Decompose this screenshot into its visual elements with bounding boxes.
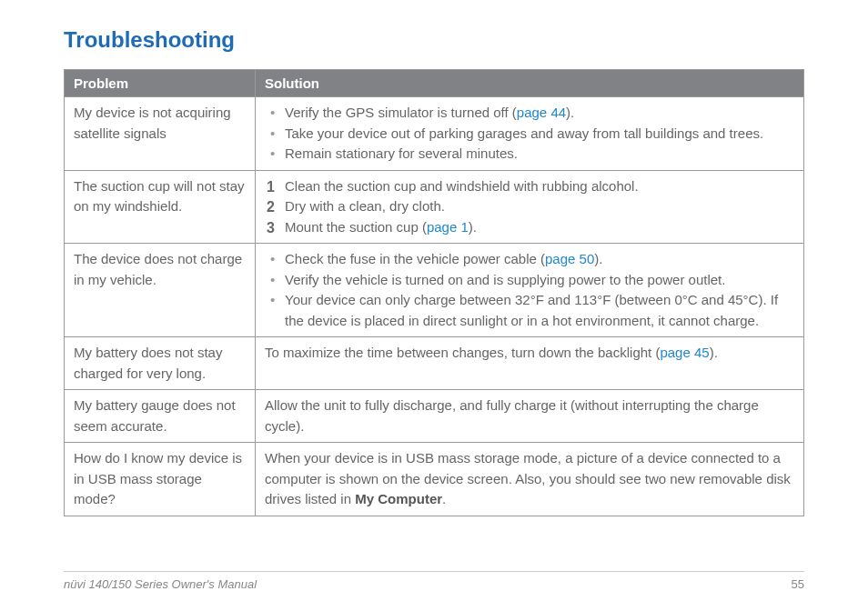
list-item: Remain stationary for several minutes. — [265, 144, 794, 165]
page-link[interactable]: page 50 — [545, 251, 594, 266]
table-row: My battery does not stay charged for ver… — [65, 337, 804, 390]
list-item: Mount the suction cup (page 1). — [265, 217, 794, 238]
problem-cell: The device does not charge in my vehicle… — [65, 244, 256, 337]
manual-name: nüvi 140/150 Series Owner's Manual — [64, 577, 257, 591]
table-row: How do I know my device is in USB mass s… — [65, 443, 804, 516]
list-item: Your device can only charge between 32°F… — [265, 290, 794, 331]
solution-cell: Check the fuse in the vehicle power cabl… — [256, 244, 804, 337]
page-footer: nüvi 140/150 Series Owner's Manual 55 — [64, 571, 804, 591]
header-solution: Solution — [256, 70, 804, 97]
page-title: Troubleshooting — [64, 27, 804, 53]
solution-cell: Allow the unit to fully discharge, and f… — [256, 390, 804, 443]
solution-cell: Clean the suction cup and windshield wit… — [256, 170, 804, 244]
solution-cell: Verify the GPS simulator is turned off (… — [256, 97, 804, 171]
list-item: Clean the suction cup and windshield wit… — [265, 176, 794, 197]
table-row: The suction cup will not stay on my wind… — [65, 170, 804, 244]
problem-cell: My battery gauge does not seem accurate. — [65, 390, 256, 443]
problem-cell: My battery does not stay charged for ver… — [65, 337, 256, 390]
problem-cell: My device is not acquiring satellite sig… — [65, 97, 256, 171]
solution-cell: To maximize the time between changes, tu… — [256, 337, 804, 390]
problem-cell: How do I know my device is in USB mass s… — [65, 443, 256, 516]
table-row: My device is not acquiring satellite sig… — [65, 97, 804, 171]
bold-text: My Computer — [355, 491, 442, 506]
list-item: Verify the GPS simulator is turned off (… — [265, 103, 794, 124]
header-problem: Problem — [65, 70, 256, 97]
list-item: Verify the vehicle is turned on and is s… — [265, 270, 794, 291]
page-link[interactable]: page 45 — [660, 345, 709, 360]
problem-cell: The suction cup will not stay on my wind… — [65, 170, 256, 244]
solution-cell: When your device is in USB mass storage … — [256, 443, 804, 516]
page-number: 55 — [792, 577, 804, 591]
list-item: Check the fuse in the vehicle power cabl… — [265, 249, 794, 270]
list-item: Take your device out of parking garages … — [265, 124, 794, 145]
page-link[interactable]: page 1 — [427, 219, 469, 235]
list-item: Dry with a clean, dry cloth. — [265, 196, 794, 217]
table-row: The device does not charge in my vehicle… — [65, 244, 804, 337]
troubleshooting-table: Problem Solution My device is not acquir… — [64, 69, 804, 516]
page-link[interactable]: page 44 — [517, 105, 566, 120]
table-row: My battery gauge does not seem accurate.… — [65, 390, 804, 443]
